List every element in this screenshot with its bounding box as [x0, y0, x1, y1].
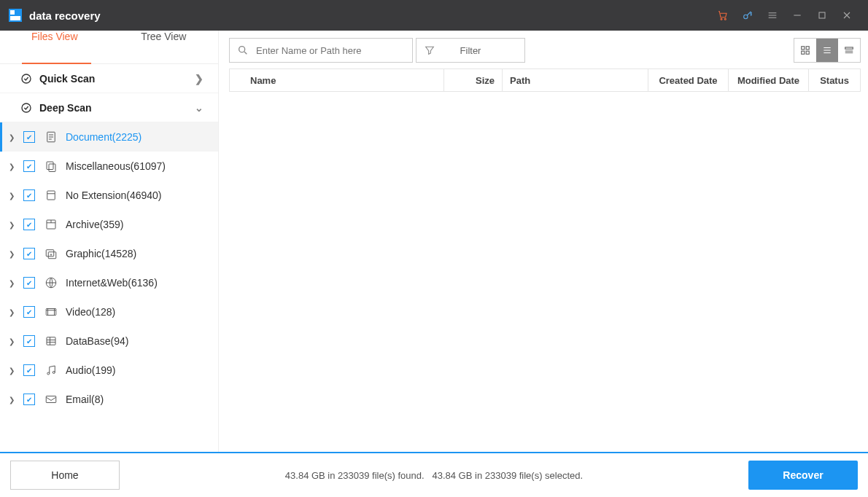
category-item[interactable]: ❯✔Video(128)	[0, 297, 218, 326]
cart-icon[interactable]	[710, 0, 735, 31]
checkbox[interactable]: ✔	[23, 160, 35, 172]
checkbox[interactable]: ✔	[23, 248, 35, 259]
svg-point-18	[53, 372, 55, 374]
category-item[interactable]: ❯✔Email(8)	[0, 385, 218, 414]
svg-rect-7	[47, 162, 53, 170]
chevron-right-icon[interactable]: ❯	[9, 221, 19, 229]
category-label: No Extension(46940)	[66, 189, 162, 201]
chevron-right-icon: ❯	[195, 73, 204, 85]
checkbox[interactable]: ✔	[23, 131, 35, 143]
svg-rect-16	[47, 337, 55, 345]
category-label: Graphic(14528)	[66, 248, 136, 259]
minimize-icon[interactable]	[785, 0, 810, 31]
tab-files-view[interactable]: Files View	[0, 31, 109, 42]
svg-rect-11	[46, 250, 54, 257]
recover-button[interactable]: Recover	[748, 461, 858, 490]
svg-rect-19	[46, 396, 56, 403]
th-name[interactable]: Name	[230, 69, 444, 91]
footer-selected: 43.84 GB in 233039 file(s) selected.	[432, 470, 583, 481]
checkbox[interactable]: ✔	[23, 189, 35, 201]
category-item[interactable]: ❯✔Archive(359)	[0, 210, 218, 239]
category-item[interactable]: ❯✔DataBase(94)	[0, 326, 218, 356]
svg-rect-24	[806, 51, 809, 54]
chevron-right-icon[interactable]: ❯	[9, 337, 19, 345]
checkbox[interactable]: ✔	[23, 394, 35, 405]
chevron-right-icon[interactable]: ❯	[9, 367, 19, 375]
th-modified-date[interactable]: Modified Date	[729, 69, 809, 91]
category-item[interactable]: ❯✔Document(2225)	[0, 122, 218, 152]
svg-rect-9	[47, 191, 55, 200]
web-icon	[44, 275, 58, 290]
sidebar: Files View Tree View Quick Scan ❯ Deep S…	[0, 31, 219, 452]
th-created-date[interactable]: Created Date	[648, 69, 729, 91]
th-status[interactable]: Status	[809, 69, 860, 91]
deep-scan-group[interactable]: Deep Scan ⌄	[0, 93, 218, 122]
graphic-icon	[44, 246, 58, 261]
filter-label: Filter	[460, 45, 481, 56]
email-icon	[44, 392, 58, 407]
filter-button[interactable]: Filter	[416, 38, 525, 63]
category-label: Video(128)	[66, 306, 115, 318]
svg-rect-12	[48, 252, 56, 259]
category-label: Document(2225)	[66, 131, 142, 143]
category-item[interactable]: ❯✔Audio(199)	[0, 356, 218, 385]
svg-rect-23	[802, 51, 805, 54]
svg-rect-22	[806, 47, 809, 50]
quick-scan-group[interactable]: Quick Scan ❯	[0, 64, 218, 93]
video-icon	[44, 305, 58, 319]
svg-point-20	[239, 47, 245, 52]
close-icon[interactable]	[834, 0, 859, 31]
checkbox[interactable]: ✔	[23, 277, 35, 289]
app-logo-icon	[9, 9, 22, 22]
category-item[interactable]: ❯✔No Extension(46940)	[0, 181, 218, 210]
checkbox[interactable]: ✔	[23, 364, 35, 376]
footer: Home 43.84 GB in 233039 file(s) found. 4…	[0, 452, 868, 497]
titlebar: data recovery	[0, 0, 868, 31]
th-path[interactable]: Path	[503, 69, 648, 91]
category-item[interactable]: ❯✔Miscellaneous(61097)	[0, 152, 218, 181]
table-body	[229, 92, 861, 452]
chevron-down-icon: ⌄	[195, 102, 204, 114]
svg-point-0	[721, 18, 722, 20]
chevron-right-icon[interactable]: ❯	[9, 163, 19, 171]
search-box[interactable]	[229, 38, 413, 63]
category-label: Email(8)	[66, 394, 104, 405]
chevron-right-icon[interactable]: ❯	[9, 192, 19, 200]
maximize-icon[interactable]	[810, 0, 834, 31]
list-view-button[interactable]	[816, 39, 838, 62]
category-item[interactable]: ❯✔Internet&Web(6136)	[0, 268, 218, 297]
category-label: DataBase(94)	[66, 335, 128, 347]
footer-info: 43.84 GB in 233039 file(s) found. 43.84 …	[120, 470, 748, 481]
svg-rect-25	[845, 47, 853, 49]
search-input[interactable]	[256, 45, 412, 56]
view-mode-group	[794, 38, 861, 63]
grid-view-button[interactable]	[794, 39, 816, 62]
checkbox[interactable]: ✔	[23, 219, 35, 230]
category-label: Miscellaneous(61097)	[66, 160, 166, 172]
content-area: Filter Name Size Path Created Date Modif…	[219, 31, 868, 452]
menu-icon[interactable]	[760, 0, 785, 31]
filter-icon	[416, 44, 443, 56]
key-icon[interactable]	[735, 0, 760, 31]
svg-point-13	[50, 254, 52, 256]
chevron-right-icon[interactable]: ❯	[9, 308, 19, 316]
checkbox[interactable]: ✔	[23, 306, 35, 318]
detail-view-button[interactable]	[838, 39, 860, 62]
chevron-right-icon[interactable]: ❯	[9, 250, 19, 258]
archive-icon	[44, 217, 58, 232]
chevron-right-icon[interactable]: ❯	[9, 279, 19, 287]
chevron-right-icon[interactable]: ❯	[9, 133, 19, 141]
th-size[interactable]: Size	[444, 69, 503, 91]
check-circle-icon	[20, 102, 32, 114]
tab-tree-view[interactable]: Tree View	[109, 31, 219, 42]
category-item[interactable]: ❯✔Graphic(14528)	[0, 239, 218, 268]
chevron-right-icon[interactable]: ❯	[9, 396, 19, 404]
quick-scan-label: Quick Scan	[39, 73, 195, 85]
audio-icon	[44, 363, 58, 377]
table-header: Name Size Path Created Date Modified Dat…	[229, 69, 861, 92]
category-label: Internet&Web(6136)	[66, 277, 158, 289]
checkbox[interactable]: ✔	[23, 335, 35, 347]
home-button[interactable]: Home	[10, 461, 120, 490]
svg-point-5	[22, 103, 31, 112]
svg-rect-8	[49, 164, 55, 172]
